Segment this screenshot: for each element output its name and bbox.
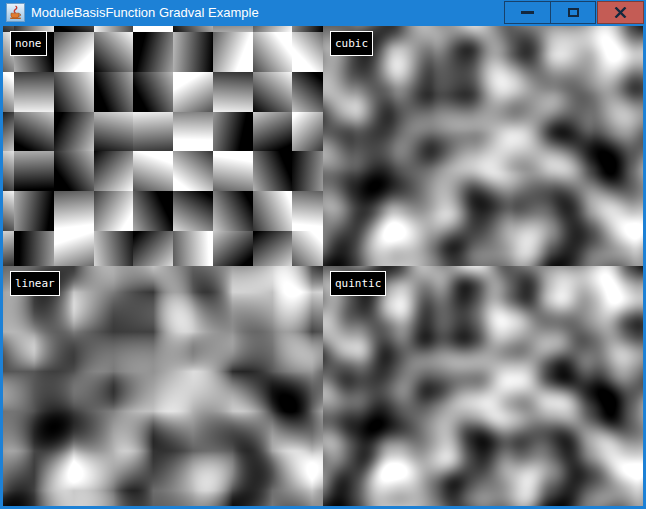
panel-none: none bbox=[3, 26, 323, 266]
panel-label-cubic: cubic bbox=[330, 31, 373, 56]
panel-label-linear: linear bbox=[10, 271, 60, 296]
java-cup-glyph bbox=[8, 5, 23, 20]
titlebar[interactable]: ModuleBasisFunction Gradval Example bbox=[0, 0, 646, 26]
noise-canvas-cubic bbox=[323, 26, 643, 266]
noise-canvas-none bbox=[3, 26, 323, 266]
java-coffee-cup-icon[interactable] bbox=[6, 3, 25, 22]
panel-quintic: quintic bbox=[323, 266, 643, 506]
window-title: ModuleBasisFunction Gradval Example bbox=[31, 0, 259, 25]
close-button[interactable] bbox=[597, 1, 644, 24]
maximize-icon bbox=[568, 8, 579, 17]
maximize-button[interactable] bbox=[550, 1, 596, 24]
noise-canvas-linear bbox=[3, 266, 323, 506]
panel-cubic: cubic bbox=[323, 26, 643, 266]
minimize-icon bbox=[521, 11, 534, 14]
close-icon bbox=[614, 7, 627, 18]
panel-label-none: none bbox=[10, 31, 47, 56]
noise-render-area: none cubic linear quintic bbox=[3, 26, 643, 506]
window-controls bbox=[504, 1, 644, 24]
app-window: ModuleBasisFunction Gradval Example none… bbox=[0, 0, 646, 509]
panel-linear: linear bbox=[3, 266, 323, 506]
panel-label-quintic: quintic bbox=[330, 271, 386, 296]
noise-canvas-quintic bbox=[323, 266, 643, 506]
minimize-button[interactable] bbox=[504, 1, 550, 24]
